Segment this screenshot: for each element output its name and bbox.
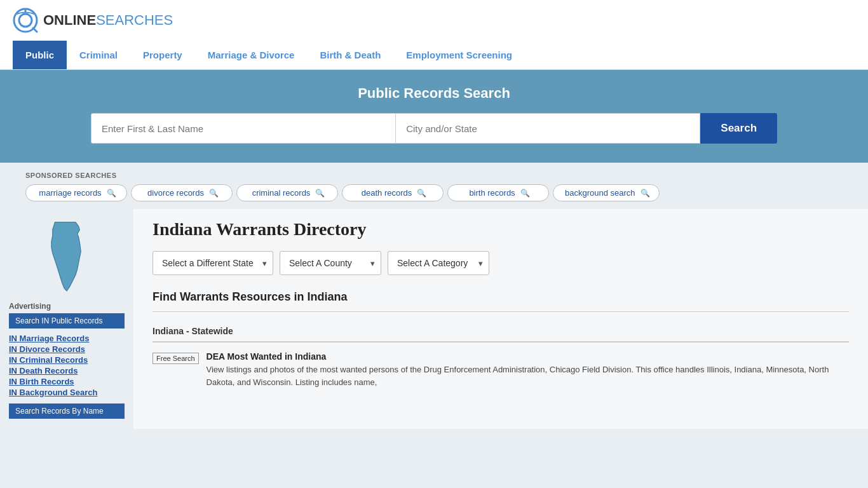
logo[interactable]: ONLINE SEARCHES — [13, 8, 173, 33]
sidebar-link-criminal[interactable]: IN Criminal Records — [9, 355, 125, 365]
search-bar: Search — [91, 113, 777, 144]
main-nav: Public Criminal Property Marriage & Divo… — [0, 41, 868, 70]
county-dropdown-wrapper: Select A County — [280, 251, 381, 275]
resource-description: View listings and photos of the most wan… — [207, 363, 849, 388]
tag-criminal-records[interactable]: criminal records 🔍 — [236, 184, 338, 201]
state-dropdown-wrapper: Select a Different State — [153, 251, 273, 275]
search-records-by-name-button[interactable]: Search Records By Name — [9, 403, 125, 419]
nav-criminal[interactable]: Criminal — [67, 41, 130, 69]
tag-death-records[interactable]: death records 🔍 — [342, 184, 444, 201]
resource-title: DEA Most Wanted in Indiana — [207, 351, 849, 362]
hero-section: Public Records Search Search — [0, 70, 868, 163]
site-header: ONLINE SEARCHES — [0, 0, 868, 41]
main-content: Indiana Warrants Directory Select a Diff… — [133, 209, 868, 429]
category-dropdown[interactable]: Select A Category — [388, 251, 489, 275]
sponsored-label: SPONSORED SEARCHES — [25, 172, 843, 179]
resource-entry: Free Search DEA Most Wanted in Indiana V… — [153, 351, 849, 388]
nav-marriage-divorce[interactable]: Marriage & Divorce — [195, 41, 308, 69]
find-resources-title: Find Warrants Resources in Indiana — [153, 290, 849, 304]
divider — [153, 311, 849, 312]
sponsored-section: SPONSORED SEARCHES marriage records 🔍 di… — [0, 163, 868, 209]
county-dropdown[interactable]: Select A County — [280, 251, 381, 275]
tag-label: marriage records — [39, 188, 101, 198]
logo-text: ONLINE SEARCHES — [43, 12, 173, 29]
name-input[interactable] — [91, 113, 396, 144]
nav-property[interactable]: Property — [130, 41, 195, 69]
free-search-badge: Free Search — [153, 353, 199, 364]
tag-background-search[interactable]: background search 🔍 — [553, 184, 660, 201]
statewide-header: Indiana - Statewide — [153, 321, 849, 342]
tag-label: divorce records — [147, 188, 204, 198]
advertising-label: Advertising — [9, 302, 125, 311]
tag-label: death records — [362, 188, 412, 198]
indiana-map — [35, 219, 98, 295]
main-layout: Advertising Search IN Public Records IN … — [0, 209, 868, 429]
sidebar: Advertising Search IN Public Records IN … — [0, 209, 133, 429]
tag-marriage-records[interactable]: marriage records 🔍 — [25, 184, 127, 201]
resource-body: DEA Most Wanted in Indiana View listings… — [207, 351, 849, 388]
nav-employment[interactable]: Employment Screening — [393, 41, 525, 69]
tag-label: background search — [565, 188, 635, 198]
tag-label: birth records — [469, 188, 515, 198]
sidebar-links: IN Marriage Records IN Divorce Records I… — [9, 334, 125, 397]
search-icon: 🔍 — [520, 189, 530, 198]
nav-birth-death[interactable]: Birth & Death — [307, 41, 393, 69]
svg-line-2 — [33, 28, 37, 32]
search-button[interactable]: Search — [700, 113, 777, 144]
search-icon: 🔍 — [315, 189, 325, 198]
search-tags-row: marriage records 🔍 divorce records 🔍 cri… — [25, 184, 843, 201]
search-icon: 🔍 — [107, 189, 116, 198]
search-icon: 🔍 — [641, 189, 650, 198]
tag-label: criminal records — [252, 188, 311, 198]
sidebar-link-background[interactable]: IN Background Search — [9, 388, 125, 397]
sidebar-link-death[interactable]: IN Death Records — [9, 366, 125, 376]
dropdowns-row: Select a Different State Select A County… — [153, 251, 849, 275]
search-icon: 🔍 — [209, 189, 219, 198]
state-dropdown[interactable]: Select a Different State — [153, 251, 273, 275]
search-in-public-records-button[interactable]: Search IN Public Records — [9, 313, 125, 329]
page-title: Indiana Warrants Directory — [153, 219, 849, 240]
category-dropdown-wrapper: Select A Category — [388, 251, 489, 275]
hero-title: Public Records Search — [25, 85, 843, 102]
nav-public[interactable]: Public — [13, 41, 67, 69]
sidebar-link-marriage[interactable]: IN Marriage Records — [9, 334, 125, 343]
search-icon: 🔍 — [417, 189, 426, 198]
city-input[interactable] — [396, 113, 700, 144]
tag-birth-records[interactable]: birth records 🔍 — [447, 184, 549, 201]
sidebar-link-divorce[interactable]: IN Divorce Records — [9, 344, 125, 354]
sidebar-link-birth[interactable]: IN Birth Records — [9, 377, 125, 386]
svg-point-1 — [19, 14, 32, 27]
tag-divorce-records[interactable]: divorce records 🔍 — [131, 184, 233, 201]
logo-icon — [13, 8, 38, 33]
